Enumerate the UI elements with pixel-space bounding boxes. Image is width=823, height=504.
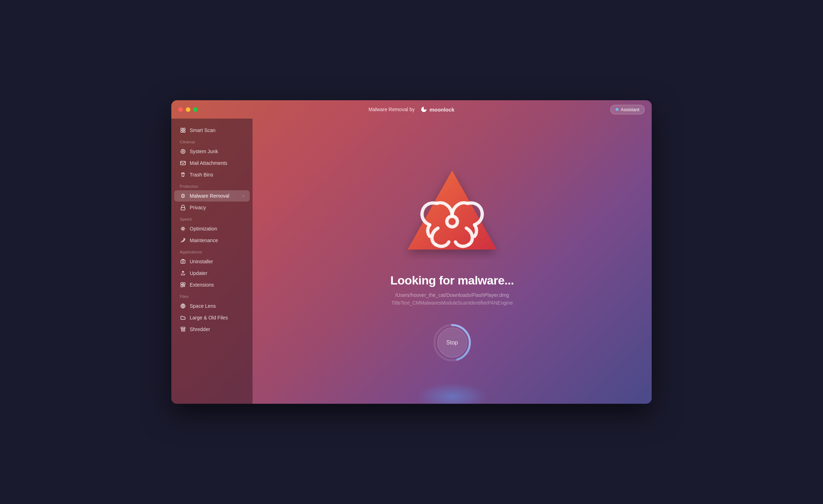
system-junk-icon	[180, 148, 186, 155]
privacy-icon	[180, 204, 186, 211]
applications-section-label: Applications	[180, 250, 202, 254]
updater-icon	[180, 270, 186, 276]
fullscreen-button[interactable]	[193, 107, 198, 112]
traffic-lights	[178, 107, 198, 112]
shredder-label: Shredder	[190, 326, 210, 332]
app-window: Malware Removal by moonlock Assistant	[171, 100, 652, 404]
sidebar-item-maintenance[interactable]: Maintenance	[174, 235, 250, 246]
close-button[interactable]	[178, 107, 183, 112]
space-lens-icon	[180, 303, 186, 309]
scan-title: Looking for malware...	[390, 274, 514, 287]
stop-button[interactable]: Stop	[437, 328, 467, 358]
sidebar-section-protection: Protection	[171, 181, 253, 190]
system-junk-label: System Junk	[190, 149, 218, 154]
protection-section-label: Protection	[180, 184, 199, 188]
sidebar-section-files: Files	[171, 291, 253, 300]
files-section-label: Files	[180, 294, 189, 299]
sidebar-section-cleanup: Cleanup	[171, 136, 253, 145]
malware-removal-label: Malware Removal	[190, 193, 229, 199]
optimization-icon	[180, 226, 186, 232]
svg-rect-3	[183, 131, 185, 132]
trash-icon	[180, 172, 186, 178]
svg-point-4	[181, 149, 185, 154]
sidebar-item-privacy[interactable]: Privacy	[174, 202, 250, 213]
extensions-label: Extensions	[190, 282, 214, 288]
sidebar-section-applications: Applications	[171, 246, 253, 256]
extensions-icon	[180, 282, 186, 288]
main-content: Looking for malware... /Users/hoover_the…	[253, 119, 652, 404]
privacy-label: Privacy	[190, 205, 206, 210]
space-lens-label: Space Lens	[190, 303, 216, 309]
window-title: Malware Removal by moonlock	[368, 106, 454, 113]
updater-label: Updater	[190, 270, 207, 276]
stop-button-container: Stop	[433, 323, 472, 362]
sidebar-item-mail-attachments[interactable]: Mail Attachments	[174, 157, 250, 169]
svg-rect-1	[183, 128, 185, 130]
scan-path: /Users/hoover_the_cat/Downloads/FlashPla…	[395, 292, 509, 298]
optimization-label: Optimization	[190, 226, 217, 232]
sidebar-item-uninstaller[interactable]: Uninstaller	[174, 256, 250, 267]
cleanup-section-label: Cleanup	[180, 140, 195, 144]
shredder-icon	[180, 326, 186, 332]
minimize-button[interactable]	[186, 107, 190, 112]
sidebar-item-space-lens[interactable]: Space Lens	[174, 300, 250, 312]
title-bar: Malware Removal by moonlock Assistant	[171, 100, 652, 119]
large-files-icon	[180, 314, 186, 321]
svg-point-9	[182, 228, 184, 230]
trash-bins-label: Trash Bins	[190, 172, 213, 178]
scan-identifier: TitleText_CMMalwaresModuleScanIdentifier…	[391, 300, 513, 306]
uninstaller-icon	[180, 258, 186, 265]
mail-icon	[180, 160, 186, 166]
svg-rect-0	[181, 128, 183, 130]
large-old-files-label: Large & Old Files	[190, 315, 228, 320]
malware-icon	[180, 193, 186, 199]
sidebar-item-malware-removal[interactable]: Malware Removal ›	[174, 190, 250, 202]
malware-removal-chevron: ›	[243, 193, 244, 198]
svg-point-5	[182, 151, 184, 152]
biohazard-triangle-icon	[403, 161, 502, 259]
assistant-dot-icon	[616, 108, 618, 111]
svg-rect-13	[181, 285, 183, 287]
speed-section-label: Speed	[180, 217, 191, 221]
mail-attachments-label: Mail Attachments	[190, 160, 227, 166]
sidebar-item-system-junk[interactable]: System Junk	[174, 146, 250, 157]
window-body: Smart Scan Cleanup System Junk	[171, 119, 652, 404]
maintenance-icon	[180, 237, 186, 244]
uninstaller-label: Uninstaller	[190, 259, 213, 264]
maintenance-label: Maintenance	[190, 238, 218, 243]
title-prefix: Malware Removal by	[368, 107, 415, 112]
sidebar-section-speed: Speed	[171, 214, 253, 223]
svg-rect-11	[181, 283, 183, 285]
sidebar-item-updater[interactable]: Updater	[174, 268, 250, 279]
moonlock-brand: moonlock	[430, 107, 455, 113]
sidebar-item-large-old-files[interactable]: Large & Old Files	[174, 312, 250, 323]
moonlock-logo-icon	[420, 106, 427, 113]
sidebar-item-smart-scan[interactable]: Smart Scan	[174, 125, 250, 136]
assistant-label: Assistant	[621, 107, 639, 112]
sidebar: Smart Scan Cleanup System Junk	[171, 119, 253, 404]
sidebar-item-optimization[interactable]: Optimization	[174, 223, 250, 234]
bottom-glow	[417, 383, 487, 404]
svg-rect-6	[180, 161, 185, 165]
sidebar-item-shredder[interactable]: Shredder	[174, 324, 250, 335]
sidebar-item-extensions[interactable]: Extensions	[174, 279, 250, 290]
svg-rect-12	[183, 283, 185, 285]
stop-button-label: Stop	[446, 340, 458, 346]
smart-scan-icon	[180, 127, 186, 133]
biohazard-icon-container	[403, 161, 502, 259]
smart-scan-label: Smart Scan	[190, 127, 215, 133]
sidebar-item-trash-bins[interactable]: Trash Bins	[174, 169, 250, 180]
assistant-button[interactable]: Assistant	[610, 105, 645, 114]
svg-rect-2	[181, 131, 183, 132]
